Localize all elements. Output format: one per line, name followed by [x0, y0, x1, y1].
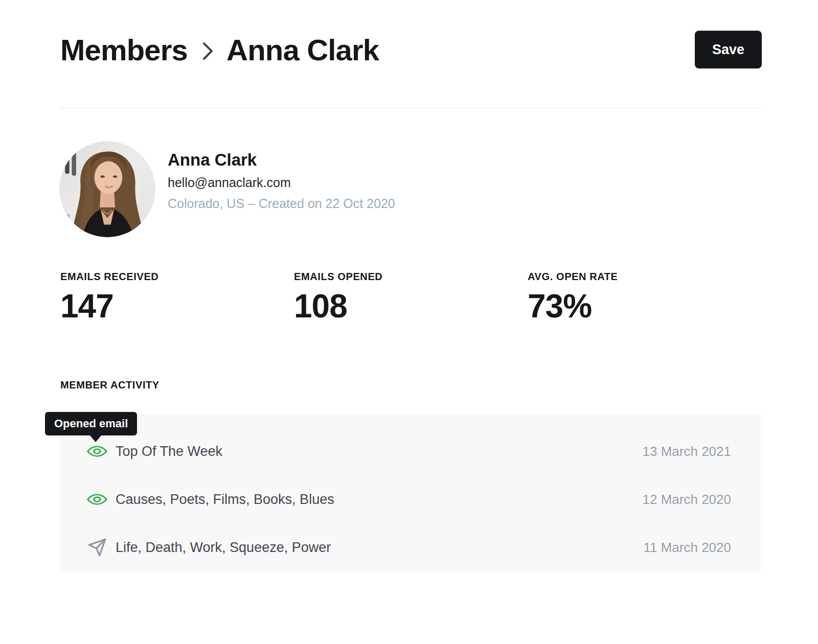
- stat-label: AVG. OPEN RATE: [528, 271, 761, 283]
- stat-emails-opened: EMAILS OPENED 108: [294, 271, 528, 325]
- stat-label: EMAILS OPENED: [294, 271, 528, 283]
- member-profile: Anna Clark hello@annaclark.com Colorado,…: [59, 141, 395, 237]
- profile-info: Anna Clark hello@annaclark.com Colorado,…: [168, 141, 395, 237]
- stat-emails-received: EMAILS RECEIVED 147: [60, 271, 294, 325]
- activity-row: Top Of The Week 13 March 2021: [60, 427, 762, 475]
- stat-value: 108: [294, 288, 528, 325]
- stat-avg-open-rate: AVG. OPEN RATE 73%: [528, 271, 761, 325]
- member-stats: EMAILS RECEIVED 147 EMAILS OPENED 108 AV…: [60, 271, 761, 325]
- member-meta: Colorado, US – Created on 22 Oct 2020: [168, 193, 395, 214]
- member-activity-heading: MEMBER ACTIVITY: [60, 379, 160, 391]
- header-divider: [60, 107, 762, 108]
- member-name: Anna Clark: [168, 149, 395, 171]
- member-email: hello@annaclark.com: [168, 173, 395, 192]
- activity-email-title[interactable]: Life, Death, Work, Squeeze, Power: [116, 540, 331, 556]
- breadcrumb: Members Anna Clark: [60, 33, 379, 67]
- activity-date: 11 March 2020: [643, 540, 731, 556]
- avatar-image: [59, 141, 155, 237]
- activity-email-title[interactable]: Top Of The Week: [116, 444, 222, 459]
- stat-value: 73%: [528, 288, 761, 325]
- page-title: Anna Clark: [226, 33, 379, 67]
- eye-icon: [87, 492, 107, 507]
- activity-row: Life, Death, Work, Squeeze, Power 11 Mar…: [60, 523, 762, 571]
- opened-email-tooltip: Opened email: [45, 412, 137, 435]
- breadcrumb-members-link[interactable]: Members: [60, 33, 188, 67]
- activity-email-title[interactable]: Causes, Poets, Films, Books, Blues: [116, 492, 334, 508]
- stat-label: EMAILS RECEIVED: [60, 271, 294, 283]
- avatar: [59, 141, 155, 237]
- stat-value: 147: [60, 288, 294, 325]
- save-button[interactable]: Save: [695, 31, 762, 68]
- activity-list: Top Of The Week 13 March 2021 Causes, Po…: [60, 414, 762, 571]
- eye-icon: [87, 444, 107, 459]
- activity-row: Causes, Poets, Films, Books, Blues 12 Ma…: [60, 475, 762, 523]
- send-icon: [87, 538, 107, 557]
- member-detail-page: { "header": { "breadcrumb_root": "Member…: [0, 0, 818, 644]
- page-header: Members Anna Clark Save: [60, 31, 762, 68]
- activity-date: 13 March 2021: [643, 444, 731, 459]
- chevron-right-icon: [201, 41, 214, 61]
- activity-date: 12 March 2020: [643, 492, 731, 508]
